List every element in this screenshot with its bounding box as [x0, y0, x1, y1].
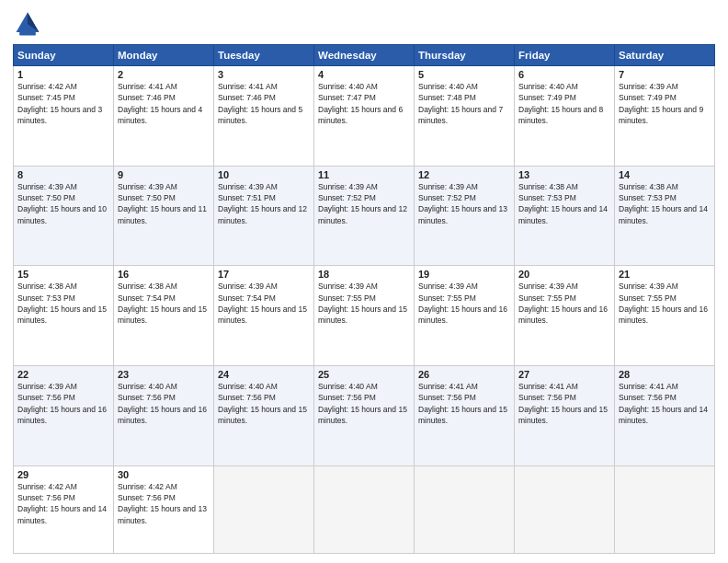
- day-number: 16: [118, 269, 210, 280]
- day-info: Sunrise: 4:41 AMSunset: 7:46 PMDaylight:…: [118, 81, 210, 126]
- calendar-cell: 26Sunrise: 4:41 AMSunset: 7:56 PMDayligh…: [415, 365, 515, 465]
- day-info: Sunrise: 4:40 AMSunset: 7:48 PMDaylight:…: [418, 81, 510, 126]
- day-info: Sunrise: 4:40 AMSunset: 7:49 PMDaylight:…: [518, 81, 610, 126]
- day-number: 26: [418, 369, 510, 380]
- calendar-day-header: Monday: [114, 45, 214, 66]
- day-number: 19: [418, 269, 510, 280]
- calendar-cell: 24Sunrise: 4:40 AMSunset: 7:56 PMDayligh…: [214, 365, 314, 465]
- calendar-cell: [314, 465, 415, 553]
- day-info: Sunrise: 4:42 AMSunset: 7:45 PMDaylight:…: [17, 81, 109, 126]
- day-info: Sunrise: 4:39 AMSunset: 7:54 PMDaylight:…: [218, 281, 310, 326]
- calendar-cell: [415, 465, 515, 553]
- day-info: Sunrise: 4:38 AMSunset: 7:53 PMDaylight:…: [17, 281, 109, 326]
- day-info: Sunrise: 4:38 AMSunset: 7:54 PMDaylight:…: [118, 281, 210, 326]
- calendar-cell: 18Sunrise: 4:39 AMSunset: 7:55 PMDayligh…: [314, 266, 415, 366]
- day-info: Sunrise: 4:39 AMSunset: 7:49 PMDaylight:…: [619, 81, 711, 126]
- svg-rect-2: [19, 32, 36, 36]
- day-number: 27: [518, 369, 610, 380]
- calendar-cell: [515, 465, 615, 553]
- day-number: 9: [118, 169, 210, 180]
- logo: [13, 9, 46, 39]
- calendar-week-row: 8Sunrise: 4:39 AMSunset: 7:50 PMDaylight…: [14, 166, 715, 266]
- calendar-cell: 5Sunrise: 4:40 AMSunset: 7:48 PMDaylight…: [415, 66, 515, 167]
- calendar-cell: 8Sunrise: 4:39 AMSunset: 7:50 PMDaylight…: [14, 166, 114, 266]
- calendar-cell: 1Sunrise: 4:42 AMSunset: 7:45 PMDaylight…: [14, 66, 114, 167]
- day-number: 2: [118, 69, 210, 80]
- day-number: 8: [17, 169, 109, 180]
- day-number: 22: [17, 369, 109, 380]
- day-info: Sunrise: 4:40 AMSunset: 7:56 PMDaylight:…: [218, 381, 310, 426]
- day-info: Sunrise: 4:39 AMSunset: 7:55 PMDaylight:…: [418, 281, 510, 326]
- calendar-cell: 4Sunrise: 4:40 AMSunset: 7:47 PMDaylight…: [314, 66, 415, 167]
- day-info: Sunrise: 4:41 AMSunset: 7:56 PMDaylight:…: [418, 381, 510, 426]
- day-info: Sunrise: 4:39 AMSunset: 7:55 PMDaylight:…: [518, 281, 610, 326]
- calendar-day-header: Sunday: [14, 45, 114, 66]
- day-number: 3: [218, 69, 310, 80]
- calendar-cell: 19Sunrise: 4:39 AMSunset: 7:55 PMDayligh…: [415, 266, 515, 366]
- day-info: Sunrise: 4:40 AMSunset: 7:47 PMDaylight:…: [318, 81, 410, 126]
- day-number: 10: [218, 169, 310, 180]
- logo-icon: [13, 9, 42, 39]
- calendar-day-header: Wednesday: [314, 45, 415, 66]
- calendar-week-row: 29Sunrise: 4:42 AMSunset: 7:56 PMDayligh…: [14, 465, 715, 553]
- day-info: Sunrise: 4:39 AMSunset: 7:55 PMDaylight:…: [318, 281, 410, 326]
- calendar-cell: 28Sunrise: 4:41 AMSunset: 7:56 PMDayligh…: [615, 365, 715, 465]
- calendar-cell: 22Sunrise: 4:39 AMSunset: 7:56 PMDayligh…: [14, 365, 114, 465]
- day-number: 18: [318, 269, 410, 280]
- day-number: 23: [118, 369, 210, 380]
- day-info: Sunrise: 4:41 AMSunset: 7:56 PMDaylight:…: [619, 381, 711, 426]
- calendar-day-header: Saturday: [615, 45, 715, 66]
- calendar-cell: 25Sunrise: 4:40 AMSunset: 7:56 PMDayligh…: [314, 365, 415, 465]
- page: SundayMondayTuesdayWednesdayThursdayFrid…: [0, 0, 728, 563]
- day-info: Sunrise: 4:41 AMSunset: 7:56 PMDaylight:…: [518, 381, 610, 426]
- calendar-table: SundayMondayTuesdayWednesdayThursdayFrid…: [13, 44, 715, 554]
- day-number: 17: [218, 269, 310, 280]
- calendar-cell: 23Sunrise: 4:40 AMSunset: 7:56 PMDayligh…: [114, 365, 214, 465]
- calendar-cell: 10Sunrise: 4:39 AMSunset: 7:51 PMDayligh…: [214, 166, 314, 266]
- day-number: 1: [17, 69, 109, 80]
- calendar-header-row: SundayMondayTuesdayWednesdayThursdayFrid…: [14, 45, 715, 66]
- day-number: 20: [518, 269, 610, 280]
- calendar-cell: 9Sunrise: 4:39 AMSunset: 7:50 PMDaylight…: [114, 166, 214, 266]
- header: [13, 9, 715, 39]
- day-number: 4: [318, 69, 410, 80]
- calendar-cell: [214, 465, 314, 553]
- day-info: Sunrise: 4:38 AMSunset: 7:53 PMDaylight:…: [619, 181, 711, 226]
- day-number: 14: [619, 169, 711, 180]
- day-number: 5: [418, 69, 510, 80]
- calendar-cell: 13Sunrise: 4:38 AMSunset: 7:53 PMDayligh…: [515, 166, 615, 266]
- calendar-day-header: Tuesday: [214, 45, 314, 66]
- day-info: Sunrise: 4:41 AMSunset: 7:46 PMDaylight:…: [218, 81, 310, 126]
- day-number: 13: [518, 169, 610, 180]
- day-info: Sunrise: 4:39 AMSunset: 7:51 PMDaylight:…: [218, 181, 310, 226]
- calendar-cell: 11Sunrise: 4:39 AMSunset: 7:52 PMDayligh…: [314, 166, 415, 266]
- day-info: Sunrise: 4:39 AMSunset: 7:52 PMDaylight:…: [418, 181, 510, 226]
- day-info: Sunrise: 4:39 AMSunset: 7:56 PMDaylight:…: [17, 381, 109, 426]
- calendar-week-row: 1Sunrise: 4:42 AMSunset: 7:45 PMDaylight…: [14, 66, 715, 167]
- calendar-cell: 29Sunrise: 4:42 AMSunset: 7:56 PMDayligh…: [14, 465, 114, 553]
- day-info: Sunrise: 4:38 AMSunset: 7:53 PMDaylight:…: [518, 181, 610, 226]
- day-number: 29: [17, 469, 109, 480]
- calendar-cell: 16Sunrise: 4:38 AMSunset: 7:54 PMDayligh…: [114, 266, 214, 366]
- day-info: Sunrise: 4:39 AMSunset: 7:50 PMDaylight:…: [17, 181, 109, 226]
- day-info: Sunrise: 4:40 AMSunset: 7:56 PMDaylight:…: [318, 381, 410, 426]
- day-info: Sunrise: 4:40 AMSunset: 7:56 PMDaylight:…: [118, 381, 210, 426]
- calendar-cell: 6Sunrise: 4:40 AMSunset: 7:49 PMDaylight…: [515, 66, 615, 167]
- day-info: Sunrise: 4:42 AMSunset: 7:56 PMDaylight:…: [118, 481, 210, 526]
- calendar-cell: 30Sunrise: 4:42 AMSunset: 7:56 PMDayligh…: [114, 465, 214, 553]
- day-info: Sunrise: 4:39 AMSunset: 7:55 PMDaylight:…: [619, 281, 711, 326]
- day-number: 7: [619, 69, 711, 80]
- calendar-week-row: 22Sunrise: 4:39 AMSunset: 7:56 PMDayligh…: [14, 365, 715, 465]
- day-number: 21: [619, 269, 711, 280]
- calendar-day-header: Friday: [515, 45, 615, 66]
- calendar-cell: 27Sunrise: 4:41 AMSunset: 7:56 PMDayligh…: [515, 365, 615, 465]
- day-info: Sunrise: 4:39 AMSunset: 7:50 PMDaylight:…: [118, 181, 210, 226]
- day-number: 11: [318, 169, 410, 180]
- day-number: 28: [619, 369, 711, 380]
- calendar-cell: 3Sunrise: 4:41 AMSunset: 7:46 PMDaylight…: [214, 66, 314, 167]
- day-number: 12: [418, 169, 510, 180]
- calendar-cell: 15Sunrise: 4:38 AMSunset: 7:53 PMDayligh…: [14, 266, 114, 366]
- day-number: 6: [518, 69, 610, 80]
- day-number: 15: [17, 269, 109, 280]
- calendar-day-header: Thursday: [415, 45, 515, 66]
